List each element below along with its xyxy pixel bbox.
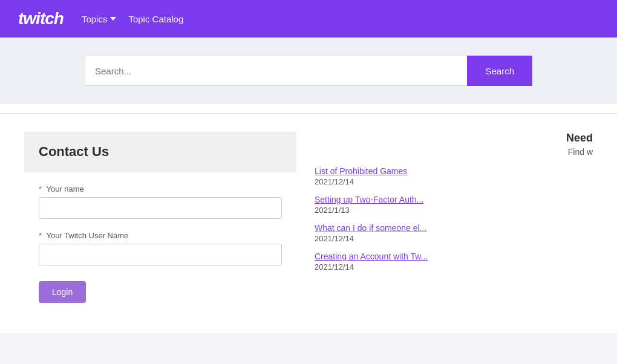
twitch-logo: twitch: [18, 9, 64, 28]
nav-topics[interactable]: Topics: [82, 14, 117, 24]
sidebar-link-3[interactable]: What can I do if someone el...: [315, 223, 593, 233]
name-input[interactable]: [39, 197, 282, 219]
required-star-name: *: [39, 184, 42, 193]
topics-label: Topics: [82, 14, 108, 24]
topic-catalog-label: Topic Catalog: [128, 14, 183, 24]
required-star-username: *: [39, 231, 42, 240]
name-label-text: Your name: [46, 184, 83, 193]
login-button[interactable]: Login: [39, 281, 86, 303]
list-item: Setting up Two-Factor Auth... 2021/1/13: [315, 195, 593, 215]
contact-card: Contact Us * Your name * Your Twitch Use…: [24, 132, 296, 315]
sidebar-link-2[interactable]: Setting up Two-Factor Auth...: [315, 195, 593, 204]
list-item: Creating an Account with Tw... 2021/12/1…: [315, 252, 593, 271]
list-item: List of Prohibited Games 2021/12/14: [315, 166, 593, 186]
search-input[interactable]: [85, 56, 467, 86]
sidebar-date-4: 2021/12/14: [315, 262, 593, 271]
sidebar-need-header: Need: [315, 132, 593, 145]
sidebar: Need Find w List of Prohibited Games 202…: [315, 132, 593, 315]
main-content: Contact Us * Your name * Your Twitch Use…: [0, 114, 617, 333]
navbar: twitch Topics Topic Catalog: [0, 0, 617, 37]
username-label-text: Your Twitch User Name: [46, 231, 128, 240]
nav-items: Topics Topic Catalog: [82, 14, 183, 24]
username-input[interactable]: [39, 244, 282, 265]
search-form: Search: [85, 56, 532, 86]
sidebar-links: List of Prohibited Games 2021/12/14 Sett…: [315, 166, 593, 271]
username-field-group: * Your Twitch User Name: [39, 231, 282, 265]
contact-form: * Your name * Your Twitch User Name Logi…: [24, 172, 296, 315]
nav-topic-catalog[interactable]: Topic Catalog: [128, 14, 183, 24]
chevron-down-icon: [110, 17, 116, 21]
sidebar-link-1[interactable]: List of Prohibited Games: [315, 166, 593, 176]
divider: [0, 104, 617, 114]
list-item: What can I do if someone el... 2021/12/1…: [315, 223, 593, 243]
sidebar-date-1: 2021/12/14: [315, 177, 593, 186]
sidebar-find-text: Find w: [315, 147, 593, 157]
username-label: * Your Twitch User Name: [39, 231, 282, 240]
contact-section: Contact Us * Your name * Your Twitch Use…: [24, 132, 296, 315]
sidebar-link-4[interactable]: Creating an Account with Tw...: [315, 252, 593, 261]
search-button[interactable]: Search: [467, 56, 532, 86]
search-banner: Search: [0, 37, 617, 104]
name-field-group: * Your name: [39, 184, 282, 219]
contact-title: Contact Us: [39, 144, 282, 160]
contact-header: Contact Us: [24, 132, 296, 172]
name-label: * Your name: [39, 184, 282, 193]
sidebar-date-3: 2021/12/14: [315, 234, 593, 243]
sidebar-date-2: 2021/1/13: [315, 206, 593, 215]
